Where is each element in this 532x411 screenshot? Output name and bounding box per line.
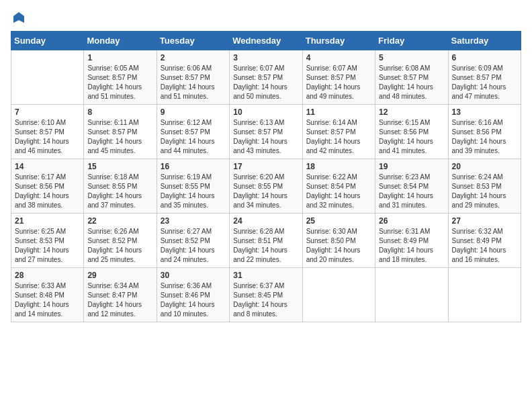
calendar-cell: 30Sunrise: 6:36 AMSunset: 8:46 PMDayligh… <box>157 268 229 322</box>
calendar-cell: 12Sunrise: 6:15 AMSunset: 8:56 PMDayligh… <box>375 105 448 159</box>
day-number: 9 <box>161 107 226 117</box>
logo-icon <box>12 11 26 24</box>
calendar-week-5: 28Sunrise: 6:33 AMSunset: 8:48 PMDayligh… <box>11 268 521 322</box>
day-detail: Sunrise: 6:05 AMSunset: 8:57 PMDaylight:… <box>87 64 152 101</box>
calendar-cell: 31Sunrise: 6:37 AMSunset: 8:45 PMDayligh… <box>230 268 302 322</box>
day-detail: Sunrise: 6:28 AMSunset: 8:51 PMDaylight:… <box>233 227 298 265</box>
calendar-week-3: 14Sunrise: 6:17 AMSunset: 8:56 PMDayligh… <box>11 159 521 214</box>
calendar-cell: 25Sunrise: 6:30 AMSunset: 8:50 PMDayligh… <box>302 214 375 268</box>
calendar-cell: 2Sunrise: 6:06 AMSunset: 8:57 PMDaylight… <box>157 50 229 105</box>
day-of-week-monday: Monday <box>84 32 157 50</box>
calendar-cell: 11Sunrise: 6:14 AMSunset: 8:57 PMDayligh… <box>302 105 375 159</box>
day-detail: Sunrise: 6:22 AMSunset: 8:54 PMDaylight:… <box>306 173 371 210</box>
calendar-cell: 15Sunrise: 6:18 AMSunset: 8:55 PMDayligh… <box>84 159 157 214</box>
calendar-cell: 6Sunrise: 6:09 AMSunset: 8:57 PMDaylight… <box>448 50 521 105</box>
day-of-week-thursday: Thursday <box>302 32 375 50</box>
day-detail: Sunrise: 6:07 AMSunset: 8:57 PMDaylight:… <box>306 64 371 101</box>
day-number: 2 <box>161 53 226 62</box>
calendar-cell: 8Sunrise: 6:11 AMSunset: 8:57 PMDaylight… <box>84 105 157 159</box>
day-number: 20 <box>452 162 517 171</box>
calendar-cell: 1Sunrise: 6:05 AMSunset: 8:57 PMDaylight… <box>84 50 157 105</box>
calendar-cell: 10Sunrise: 6:13 AMSunset: 8:57 PMDayligh… <box>230 105 302 159</box>
day-of-week-wednesday: Wednesday <box>230 32 302 50</box>
calendar-cell: 28Sunrise: 6:33 AMSunset: 8:48 PMDayligh… <box>11 268 84 322</box>
day-number: 16 <box>161 162 226 171</box>
day-detail: Sunrise: 6:15 AMSunset: 8:56 PMDaylight:… <box>379 118 444 156</box>
day-detail: Sunrise: 6:08 AMSunset: 8:57 PMDaylight:… <box>379 64 444 101</box>
logo <box>11 11 26 24</box>
day-detail: Sunrise: 6:20 AMSunset: 8:55 PMDaylight:… <box>233 173 298 210</box>
day-number: 13 <box>452 107 517 117</box>
day-number: 14 <box>15 162 80 171</box>
day-number: 27 <box>452 216 517 226</box>
day-number: 4 <box>306 53 371 62</box>
day-number: 24 <box>233 216 298 226</box>
day-number: 26 <box>379 216 444 226</box>
calendar-cell: 29Sunrise: 6:34 AMSunset: 8:47 PMDayligh… <box>84 268 157 322</box>
day-number: 22 <box>87 216 152 226</box>
day-of-week-saturday: Saturday <box>448 32 521 50</box>
calendar-cell: 9Sunrise: 6:12 AMSunset: 8:57 PMDaylight… <box>157 105 229 159</box>
day-number: 5 <box>379 53 444 62</box>
page-header <box>11 11 521 24</box>
calendar-week-2: 7Sunrise: 6:10 AMSunset: 8:57 PMDaylight… <box>11 105 521 159</box>
calendar-cell: 18Sunrise: 6:22 AMSunset: 8:54 PMDayligh… <box>302 159 375 214</box>
day-detail: Sunrise: 6:18 AMSunset: 8:55 PMDaylight:… <box>87 173 152 210</box>
day-number: 19 <box>379 162 444 171</box>
day-detail: Sunrise: 6:17 AMSunset: 8:56 PMDaylight:… <box>15 173 80 210</box>
calendar-cell: 14Sunrise: 6:17 AMSunset: 8:56 PMDayligh… <box>11 159 84 214</box>
calendar-cell: 5Sunrise: 6:08 AMSunset: 8:57 PMDaylight… <box>375 50 448 105</box>
day-number: 25 <box>306 216 371 226</box>
day-detail: Sunrise: 6:09 AMSunset: 8:57 PMDaylight:… <box>452 64 517 101</box>
day-detail: Sunrise: 6:34 AMSunset: 8:47 PMDaylight:… <box>87 281 152 319</box>
calendar-cell: 24Sunrise: 6:28 AMSunset: 8:51 PMDayligh… <box>230 214 302 268</box>
calendar-header: SundayMondayTuesdayWednesdayThursdayFrid… <box>11 32 521 50</box>
calendar-cell: 13Sunrise: 6:16 AMSunset: 8:56 PMDayligh… <box>448 105 521 159</box>
calendar-cell: 20Sunrise: 6:24 AMSunset: 8:53 PMDayligh… <box>448 159 521 214</box>
calendar-cell <box>375 268 448 322</box>
day-detail: Sunrise: 6:10 AMSunset: 8:57 PMDaylight:… <box>15 118 80 156</box>
day-detail: Sunrise: 6:14 AMSunset: 8:57 PMDaylight:… <box>306 118 371 156</box>
day-detail: Sunrise: 6:06 AMSunset: 8:57 PMDaylight:… <box>161 64 226 101</box>
calendar-cell: 17Sunrise: 6:20 AMSunset: 8:55 PMDayligh… <box>230 159 302 214</box>
calendar-cell <box>11 50 84 105</box>
day-number: 12 <box>379 107 444 117</box>
calendar-cell: 21Sunrise: 6:25 AMSunset: 8:53 PMDayligh… <box>11 214 84 268</box>
calendar-cell: 19Sunrise: 6:23 AMSunset: 8:54 PMDayligh… <box>375 159 448 214</box>
calendar-cell: 7Sunrise: 6:10 AMSunset: 8:57 PMDaylight… <box>11 105 84 159</box>
day-detail: Sunrise: 6:24 AMSunset: 8:53 PMDaylight:… <box>452 173 517 210</box>
day-number: 6 <box>452 53 517 62</box>
day-number: 21 <box>15 216 80 226</box>
day-detail: Sunrise: 6:19 AMSunset: 8:55 PMDaylight:… <box>161 173 226 210</box>
calendar-cell: 26Sunrise: 6:31 AMSunset: 8:49 PMDayligh… <box>375 214 448 268</box>
day-detail: Sunrise: 6:07 AMSunset: 8:57 PMDaylight:… <box>233 64 298 101</box>
day-number: 7 <box>15 107 80 117</box>
day-number: 17 <box>233 162 298 171</box>
day-detail: Sunrise: 6:32 AMSunset: 8:49 PMDaylight:… <box>452 227 517 265</box>
day-detail: Sunrise: 6:36 AMSunset: 8:46 PMDaylight:… <box>161 281 226 319</box>
day-number: 28 <box>15 271 80 280</box>
calendar-cell: 27Sunrise: 6:32 AMSunset: 8:49 PMDayligh… <box>448 214 521 268</box>
day-number: 3 <box>233 53 298 62</box>
calendar-cell: 16Sunrise: 6:19 AMSunset: 8:55 PMDayligh… <box>157 159 229 214</box>
calendar-cell: 4Sunrise: 6:07 AMSunset: 8:57 PMDaylight… <box>302 50 375 105</box>
day-number: 18 <box>306 162 371 171</box>
calendar-cell: 22Sunrise: 6:26 AMSunset: 8:52 PMDayligh… <box>84 214 157 268</box>
day-detail: Sunrise: 6:31 AMSunset: 8:49 PMDaylight:… <box>379 227 444 265</box>
svg-marker-0 <box>13 12 24 23</box>
calendar-week-1: 1Sunrise: 6:05 AMSunset: 8:57 PMDaylight… <box>11 50 521 105</box>
day-number: 15 <box>87 162 152 171</box>
days-of-week-row: SundayMondayTuesdayWednesdayThursdayFrid… <box>11 32 521 50</box>
day-number: 23 <box>161 216 226 226</box>
day-number: 30 <box>161 271 226 280</box>
day-detail: Sunrise: 6:30 AMSunset: 8:50 PMDaylight:… <box>306 227 371 265</box>
day-detail: Sunrise: 6:12 AMSunset: 8:57 PMDaylight:… <box>161 118 226 156</box>
day-of-week-friday: Friday <box>375 32 448 50</box>
day-detail: Sunrise: 6:25 AMSunset: 8:53 PMDaylight:… <box>15 227 80 265</box>
day-number: 29 <box>87 271 152 280</box>
day-detail: Sunrise: 6:11 AMSunset: 8:57 PMDaylight:… <box>87 118 152 156</box>
day-detail: Sunrise: 6:27 AMSunset: 8:52 PMDaylight:… <box>161 227 226 265</box>
day-number: 11 <box>306 107 371 117</box>
day-detail: Sunrise: 6:13 AMSunset: 8:57 PMDaylight:… <box>233 118 298 156</box>
day-of-week-sunday: Sunday <box>11 32 84 50</box>
